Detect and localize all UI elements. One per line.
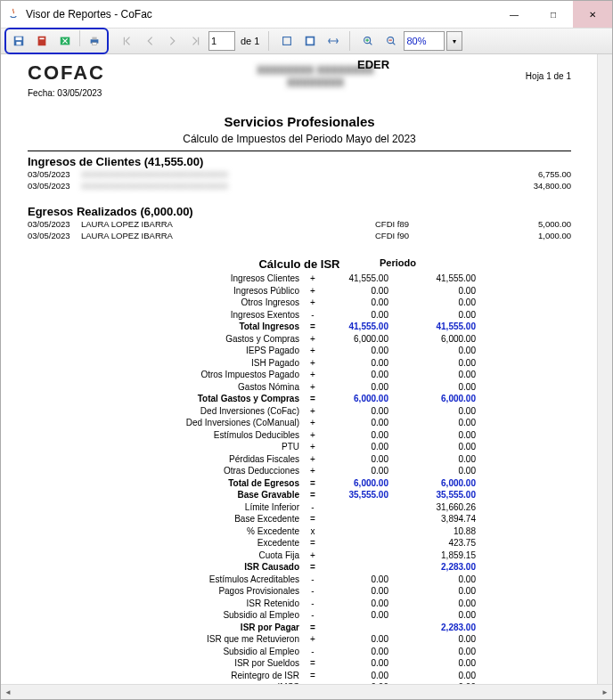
viewport: EDER COFAC Fecha: 03/05/2023 XXXXXXXX XX… bbox=[1, 54, 612, 699]
isr-value-2: 0.00 bbox=[388, 297, 476, 309]
actual-size-icon[interactable] bbox=[276, 30, 298, 52]
minimize-button[interactable]: — bbox=[494, 1, 534, 28]
scroll-left-icon[interactable]: ◄ bbox=[1, 685, 15, 699]
isr-row: Ded Inversiones (CoFac)+0.000.00 bbox=[28, 405, 571, 418]
export-group-highlight bbox=[4, 28, 109, 54]
fit-width-icon[interactable] bbox=[323, 30, 344, 52]
isr-value-2: 31,660.26 bbox=[388, 501, 476, 514]
isr-value-1: 0.00 bbox=[319, 345, 388, 357]
isr-label: ISR por Sueldos bbox=[28, 657, 306, 670]
isr-value-1: 0.00 bbox=[319, 646, 388, 658]
isr-value-2: 0.00 bbox=[388, 369, 476, 381]
page-scroll[interactable]: EDER COFAC Fecha: 03/05/2023 XXXXXXXX XX… bbox=[1, 54, 612, 684]
prev-page-icon[interactable] bbox=[139, 30, 160, 52]
page-number-input[interactable] bbox=[208, 31, 235, 51]
isr-value-2: 0.00 bbox=[388, 453, 476, 466]
isr-value-1: 6,000.00 bbox=[319, 333, 388, 346]
row-date: 03/05/2023 bbox=[28, 168, 81, 180]
isr-label: Total Ingresos bbox=[28, 321, 306, 333]
isr-row: Ingresos Exentos-0.000.00 bbox=[28, 309, 571, 322]
print-icon[interactable] bbox=[84, 30, 105, 52]
isr-label: Total Gastos y Compras bbox=[28, 393, 306, 405]
periodo-label: Periodo bbox=[380, 257, 416, 268]
isr-value-1: 41,555.00 bbox=[319, 321, 388, 333]
isr-value-1: 0.00 bbox=[319, 585, 388, 598]
isr-row: Total de Egresos=6,000.006,000.00 bbox=[28, 477, 571, 490]
page-indicator: Hoja 1 de 1 bbox=[526, 71, 571, 81]
isr-value-1: 0.00 bbox=[319, 670, 388, 682]
isr-op: + bbox=[306, 549, 319, 562]
isr-op: - bbox=[306, 609, 319, 622]
isr-row: Ingresos Clientes+41,555.0041,555.00 bbox=[28, 273, 571, 285]
isr-op: - bbox=[306, 501, 319, 514]
isr-value-2: 0.00 bbox=[388, 609, 476, 622]
isr-row: Excedente=423.75 bbox=[28, 537, 571, 549]
horizontal-scrollbar[interactable]: ◄ ► bbox=[1, 684, 612, 699]
svg-rect-11 bbox=[307, 38, 314, 45]
next-page-icon[interactable] bbox=[162, 30, 184, 52]
report-title: Servicios Profesionales bbox=[28, 114, 571, 129]
isr-value-2: 0.00 bbox=[388, 441, 476, 453]
isr-value-1 bbox=[319, 622, 388, 634]
isr-row: Reintegro de ISR=0.000.00 bbox=[28, 670, 571, 682]
isr-value-2: 3,894.74 bbox=[388, 513, 476, 525]
zoom-input[interactable] bbox=[404, 31, 445, 51]
isr-row: ISR Causado=2,283.00 bbox=[28, 561, 571, 574]
row-desc: LAURA LOPEZ IBARRA bbox=[81, 230, 375, 241]
isr-value-2: 0.00 bbox=[388, 357, 476, 370]
isr-label: Ingresos Clientes bbox=[28, 273, 306, 285]
isr-value-2: 0.00 bbox=[388, 465, 476, 477]
svg-rect-8 bbox=[92, 43, 96, 45]
isr-value-1: 0.00 bbox=[319, 633, 388, 646]
isr-value-1: 6,000.00 bbox=[319, 393, 388, 405]
isr-label: Estímulos Acreditables bbox=[28, 574, 306, 586]
egresos-row: 03/05/2023LAURA LOPEZ IBARRACFDI f901,00… bbox=[28, 230, 571, 241]
isr-value-2: 0.00 bbox=[388, 657, 476, 670]
report-date: Fecha: 03/05/2023 bbox=[28, 88, 105, 98]
isr-value-1: 0.00 bbox=[319, 285, 388, 297]
isr-label: IEPS Pagado bbox=[28, 345, 306, 357]
isr-row: Cuota Fija+1,859.15 bbox=[28, 549, 571, 562]
fit-page-icon[interactable] bbox=[299, 30, 321, 52]
app-window: Visor de Reportes - CoFac — □ ✕ de 1 bbox=[0, 0, 613, 700]
zoom-dropdown-icon[interactable]: ▾ bbox=[446, 31, 462, 51]
isr-value-1 bbox=[319, 537, 388, 549]
isr-value-1: 35,555.00 bbox=[319, 489, 388, 501]
maximize-button[interactable]: □ bbox=[534, 1, 573, 28]
zoom-in-icon[interactable] bbox=[357, 30, 379, 52]
isr-label: ISH Pagado bbox=[28, 357, 306, 370]
row-amount: 34,800.00 bbox=[500, 180, 571, 191]
isr-value-2: 0.00 bbox=[388, 574, 476, 586]
isr-value-1: 0.00 bbox=[319, 657, 388, 670]
isr-op: = bbox=[306, 489, 319, 501]
save-icon[interactable] bbox=[8, 30, 29, 52]
isr-value-1: 0.00 bbox=[319, 405, 388, 418]
isr-row: Total Gastos y Compras=6,000.006,000.00 bbox=[28, 393, 571, 405]
isr-value-2: 0.00 bbox=[388, 670, 476, 682]
pdf-icon[interactable] bbox=[31, 30, 53, 52]
isr-row: Otras Deducciones+0.000.00 bbox=[28, 465, 571, 477]
isr-label: Gastos Nómina bbox=[28, 381, 306, 394]
isr-value-2: 0.00 bbox=[388, 585, 476, 598]
last-page-icon[interactable] bbox=[185, 30, 207, 52]
report-subtitle: Cálculo de Impuestos del Periodo Mayo de… bbox=[28, 133, 571, 145]
window-controls: — □ ✕ bbox=[494, 1, 612, 28]
isr-row: ISR por Sueldos=0.000.00 bbox=[28, 657, 571, 670]
isr-value-1: 0.00 bbox=[319, 465, 388, 477]
isr-row: ISH Pagado+0.000.00 bbox=[28, 357, 571, 370]
isr-value-2: 2,283.00 bbox=[388, 622, 476, 634]
excel-icon[interactable] bbox=[54, 30, 76, 52]
isr-label: Base Excedente bbox=[28, 513, 306, 525]
isr-value-2: 2,283.00 bbox=[388, 561, 476, 574]
zoom-out-icon[interactable] bbox=[380, 30, 402, 52]
first-page-icon[interactable] bbox=[116, 30, 137, 52]
isr-label: ISR Causado bbox=[28, 561, 306, 574]
isr-value-1 bbox=[319, 549, 388, 562]
svg-rect-2 bbox=[16, 42, 20, 45]
isr-op: = bbox=[306, 537, 319, 549]
ingresos-row: 03/05/2023XXXXXXXXXXXXXXXXXXXXXXXXXX6,75… bbox=[28, 168, 571, 180]
close-button[interactable]: ✕ bbox=[573, 1, 612, 28]
scroll-right-icon[interactable]: ► bbox=[598, 685, 612, 699]
isr-op: + bbox=[306, 297, 319, 309]
isr-label: % Excedente bbox=[28, 525, 306, 538]
